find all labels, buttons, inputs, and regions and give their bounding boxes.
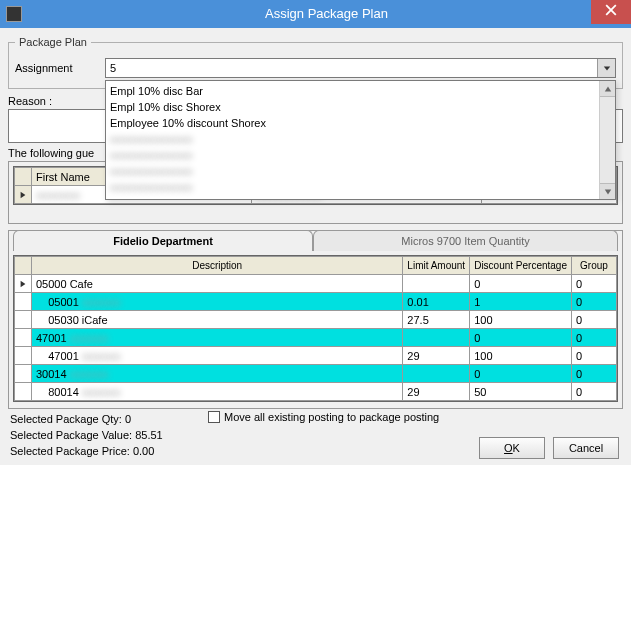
svg-marker-3 (604, 86, 610, 91)
cancel-button[interactable]: Cancel (553, 437, 619, 459)
row-header (15, 257, 32, 275)
dropdown-item-blurred[interactable]: xxxxxxxxxxxxxxx (110, 163, 595, 179)
dropdown-item[interactable]: Employee 10% discount Shorex (110, 115, 595, 131)
cell-disc[interactable]: 100 (470, 347, 572, 365)
tab-container: Fidelio Department Micros 9700 Item Quan… (8, 230, 623, 409)
assignment-label: Assignment (15, 62, 105, 74)
row-marker-icon (15, 347, 32, 365)
col-discount-percentage[interactable]: Discount Percentage (470, 257, 572, 275)
cell-limit[interactable] (403, 275, 470, 293)
assignment-input[interactable] (106, 59, 597, 77)
cell-group[interactable]: 0 (572, 365, 617, 383)
row-header (15, 168, 32, 186)
value-label: Selected Package Value: (10, 429, 132, 441)
col-limit-amount[interactable]: Limit Amount (403, 257, 470, 275)
cell-description[interactable]: 47001 xxxxxxx (32, 347, 403, 365)
cell-group[interactable]: 0 (572, 329, 617, 347)
table-row[interactable]: 30014 xxxxxxx00 (15, 365, 617, 383)
package-plan-legend: Package Plan (15, 36, 91, 48)
svg-marker-5 (21, 191, 26, 197)
cell-description[interactable]: 05001 xxxxxxx (32, 293, 403, 311)
svg-marker-2 (603, 66, 609, 70)
package-plan-group: Package Plan Assignment Empl 10% disc Ba… (8, 36, 623, 89)
cell-limit[interactable]: 27.5 (403, 311, 470, 329)
dropdown-item[interactable]: Empl 10% disc Bar (110, 83, 595, 99)
svg-marker-6 (21, 280, 26, 286)
cell-description[interactable]: 30014 xxxxxxx (32, 365, 403, 383)
move-posting-checkbox[interactable] (208, 411, 220, 423)
price-label: Selected Package Price: (10, 445, 130, 457)
row-marker-icon (15, 383, 32, 401)
assignment-dropdown-list[interactable]: Empl 10% disc Bar Empl 10% disc Shorex E… (105, 80, 616, 200)
qty-value: 0 (125, 413, 131, 425)
row-marker-icon (15, 293, 32, 311)
dropdown-item-blurred[interactable]: xxxxxxxxxxxxxxx (110, 131, 595, 147)
row-marker-icon (15, 329, 32, 347)
tab-fidelio-department[interactable]: Fidelio Department (13, 230, 313, 251)
cell-disc[interactable]: 100 (470, 311, 572, 329)
scroll-up-icon[interactable] (600, 81, 615, 97)
cell-group[interactable]: 0 (572, 311, 617, 329)
row-marker-icon (15, 275, 32, 293)
cell-limit[interactable] (403, 329, 470, 347)
ok-button[interactable]: OK (479, 437, 545, 459)
window-title: Assign Package Plan (22, 0, 631, 28)
cell-limit[interactable] (403, 365, 470, 383)
row-marker-icon (15, 311, 32, 329)
cell-disc[interactable]: 1 (470, 293, 572, 311)
col-group[interactable]: Group (572, 257, 617, 275)
cell-limit[interactable]: 0.01 (403, 293, 470, 311)
qty-label: Selected Package Qty: (10, 413, 122, 425)
col-description[interactable]: Description (32, 257, 403, 275)
assignment-combobox[interactable] (105, 58, 616, 78)
row-marker-icon (15, 365, 32, 383)
cell-description[interactable]: 80014 xxxxxxx (32, 383, 403, 401)
cell-disc[interactable]: 0 (470, 365, 572, 383)
cell-group[interactable]: 0 (572, 275, 617, 293)
cell-disc[interactable]: 50 (470, 383, 572, 401)
dropdown-item-blurred[interactable]: xxxxxxxxxxxxxxx (110, 179, 595, 195)
dropdown-item-blurred[interactable]: xxxxxxxxxxxxxxx (110, 147, 595, 163)
tab-micros-item-qty[interactable]: Micros 9700 Item Quantity (313, 230, 618, 251)
dropdown-item[interactable]: Empl 10% disc Shorex (110, 99, 595, 115)
assignment-dropdown-arrow[interactable] (597, 59, 615, 77)
svg-marker-4 (604, 189, 610, 194)
cell-limit[interactable]: 29 (403, 383, 470, 401)
move-posting-label: Move all existing posting to package pos… (224, 411, 439, 423)
app-icon (6, 6, 22, 22)
table-row[interactable]: 05000 Cafe 00 (15, 275, 617, 293)
row-marker-icon (15, 186, 32, 204)
cell-group[interactable]: 0 (572, 293, 617, 311)
cell-description[interactable]: 47001 xxxxxxx (32, 329, 403, 347)
cell-disc[interactable]: 0 (470, 275, 572, 293)
table-row[interactable]: 47001 xxxxxxx00 (15, 329, 617, 347)
value-value: 85.51 (135, 429, 163, 441)
cell-description[interactable]: 05030 iCafe (32, 311, 403, 329)
cell-group[interactable]: 0 (572, 383, 617, 401)
cell-group[interactable]: 0 (572, 347, 617, 365)
dropdown-scrollbar[interactable] (599, 81, 615, 199)
cell-limit[interactable]: 29 (403, 347, 470, 365)
table-row[interactable]: 80014 xxxxxxx29500 (15, 383, 617, 401)
table-row[interactable]: 05001 xxxxxxx0.0110 (15, 293, 617, 311)
scroll-down-icon[interactable] (600, 183, 615, 199)
department-table[interactable]: Description Limit Amount Discount Percen… (14, 256, 617, 401)
table-row[interactable]: 05030 iCafe 27.51000 (15, 311, 617, 329)
cell-description[interactable]: 05000 Cafe (32, 275, 403, 293)
close-button[interactable] (591, 0, 631, 24)
table-row[interactable]: 47001 xxxxxxx291000 (15, 347, 617, 365)
footer-bar: Selected Package Qty: 0 Selected Package… (8, 409, 623, 461)
price-value: 0.00 (133, 445, 154, 457)
cell-disc[interactable]: 0 (470, 329, 572, 347)
title-bar: Assign Package Plan (0, 0, 631, 28)
